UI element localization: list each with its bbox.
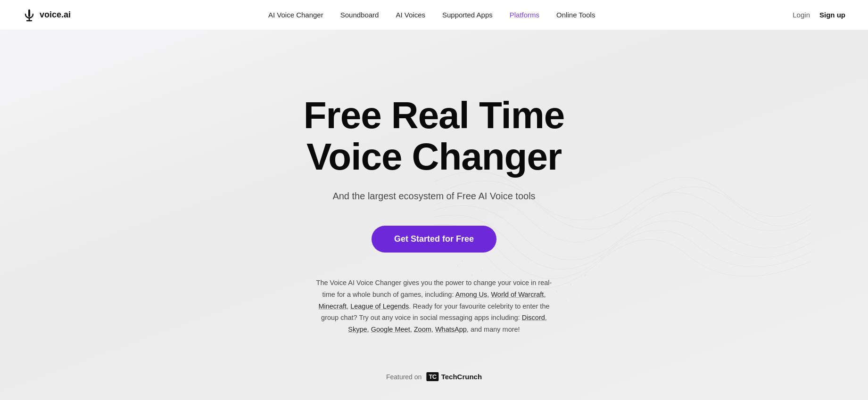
nav-item-soundboard[interactable]: Soundboard [340,11,379,19]
logo-text: voice.ai [40,10,71,20]
featured-bar: Featured on TC TechCrunch [386,372,482,381]
techcrunch-badge: TC [426,372,438,381]
login-link[interactable]: Login [793,11,810,19]
svg-point-29 [594,289,595,290]
nav-link-supported-apps[interactable]: Supported Apps [442,11,493,19]
nav-auth: Login Sign up [793,11,845,19]
hero-description: The Voice AI Voice Changer gives you the… [316,277,552,335]
logo-link[interactable]: voice.ai [23,8,71,22]
hero-title-line2: Voice Changer [306,136,562,178]
hero-link-whatsapp[interactable]: WhatsApp [435,326,467,333]
hero-link-google-meet[interactable]: Google Meet [371,326,410,333]
techcrunch-brand: TechCrunch [441,373,482,381]
hero-link-world-of-warcraft[interactable]: World of Warcraft [491,291,544,298]
svg-point-13 [584,275,586,276]
nav-link-ai-voice-changer[interactable]: AI Voice Changer [268,11,323,19]
hero-content: Free Real Time Voice Changer And the lar… [292,95,576,335]
featured-label: Featured on [386,373,422,381]
techcrunch-logo: TC TechCrunch [426,372,482,381]
nav-item-online-tools[interactable]: Online Tools [556,11,595,19]
navbar: voice.ai AI Voice Changer Soundboard AI … [0,0,868,30]
hero-link-among-us[interactable]: Among Us [455,291,488,298]
nav-item-ai-voice-changer[interactable]: AI Voice Changer [268,11,323,19]
hero-desc-part3: and many more! [471,326,520,333]
hero-title-line1: Free Real Time [304,94,565,136]
nav-item-platforms[interactable]: Platforms [510,11,539,19]
signup-link[interactable]: Sign up [819,11,845,19]
nav-link-online-tools[interactable]: Online Tools [556,11,595,19]
hero-section: Free Real Time Voice Changer And the lar… [0,30,868,400]
svg-point-28 [580,296,581,297]
nav-link-soundboard[interactable]: Soundboard [340,11,379,19]
svg-rect-3 [27,11,28,15]
hero-subtitle: And the largest ecosystem of Free AI Voi… [332,189,535,203]
voice-ai-logo-icon [23,8,36,22]
hero-link-skype[interactable]: Skype [348,326,367,333]
hero-link-minecraft[interactable]: Minecraft [318,302,347,310]
svg-rect-0 [28,9,30,17]
hero-link-discord[interactable]: Discord [522,314,545,321]
hero-link-league-of-legends[interactable]: League of Legends [350,302,409,310]
nav-links: AI Voice Changer Soundboard AI Voices Su… [268,11,595,19]
nav-item-ai-voices[interactable]: AI Voices [396,11,425,19]
nav-item-supported-apps[interactable]: Supported Apps [442,11,493,19]
hero-link-zoom[interactable]: Zoom [414,326,431,333]
cta-button[interactable]: Get Started for Free [372,226,496,253]
nav-link-ai-voices[interactable]: AI Voices [396,11,425,19]
nav-link-platforms[interactable]: Platforms [510,11,539,19]
hero-title: Free Real Time Voice Changer [304,95,565,178]
